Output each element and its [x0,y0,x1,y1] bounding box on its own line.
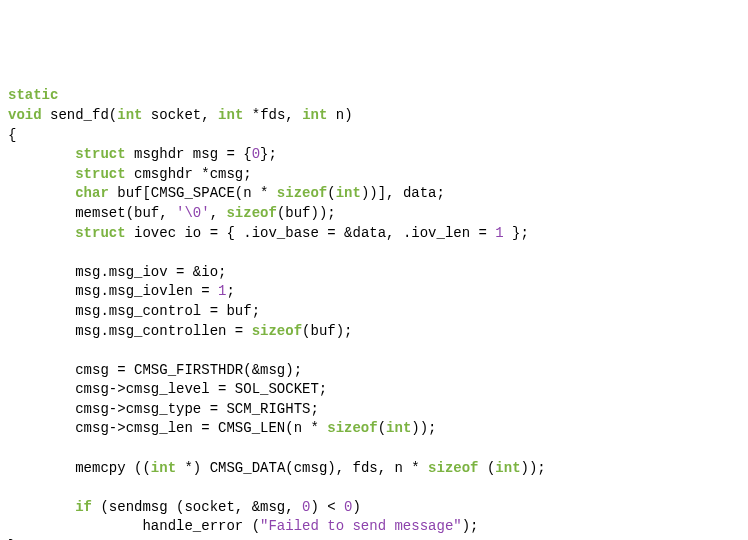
text: cmsg = CMSG_FIRSTHDR(&msg); [75,362,302,378]
text: , [201,107,218,123]
keyword-struct: struct [75,166,125,182]
text: buf[CMSG_SPACE(n * [109,185,277,201]
text: , [285,107,302,123]
keyword-int: int [386,420,411,436]
text: ) [344,107,352,123]
text: cmsghdr *cmsg; [126,166,252,182]
text: , [210,205,227,221]
text: cmsg->cmsg_type = SCM_RIGHTS; [75,401,319,417]
text: (buf); [302,323,352,339]
text: ( [109,107,117,123]
open-brace: { [8,127,16,143]
code-block: static void send_fd(int socket, int *fds… [8,86,740,540]
number-literal: 0 [252,146,260,162]
text: ( [378,420,386,436]
text: memset(buf, [75,205,176,221]
text: ); [462,518,479,534]
text: }; [260,146,277,162]
keyword-int: int [151,460,176,476]
keyword-int: int [117,107,142,123]
text: ) < [310,499,344,515]
text: msg.msg_iovlen = [75,283,218,299]
keyword-sizeof: sizeof [277,185,327,201]
number-literal: 0 [344,499,352,515]
keyword-int: int [495,460,520,476]
text: ( [479,460,496,476]
keyword-struct: struct [75,146,125,162]
text: ) [353,499,361,515]
keyword-sizeof: sizeof [226,205,276,221]
keyword-int: int [302,107,327,123]
text: iovec io = { .iov_base = &data, .iov_len… [126,225,496,241]
param: socket [151,107,201,123]
param: fds [260,107,285,123]
text: ( [327,185,335,201]
string-literal: "Failed to send message" [260,518,462,534]
text: msg.msg_controllen = [75,323,251,339]
text: )); [411,420,436,436]
keyword-int: int [336,185,361,201]
keyword-struct: struct [75,225,125,241]
text: msg.msg_control = buf; [75,303,260,319]
keyword-static: static [8,87,58,103]
text: (sendmsg (socket, &msg, [92,499,302,515]
text: }; [504,225,529,241]
keyword-sizeof: sizeof [252,323,302,339]
text: msg.msg_iov = &io; [75,264,226,280]
param: n [336,107,344,123]
function-name: send_fd [50,107,109,123]
text [142,107,150,123]
text: cmsg->cmsg_level = SOL_SOCKET; [75,381,327,397]
text: ))], data; [361,185,445,201]
keyword-if: if [75,499,92,515]
text: * [243,107,260,123]
number-literal: 1 [495,225,503,241]
text: msghdr msg = { [126,146,252,162]
text [327,107,335,123]
keyword-char: char [75,185,109,201]
text: handle_error ( [142,518,260,534]
text: *) CMSG_DATA(cmsg), fds, n * [176,460,428,476]
text: cmsg->cmsg_len = CMSG_LEN(n * [75,420,327,436]
text [42,107,50,123]
char-literal: '\0' [176,205,210,221]
text: )); [521,460,546,476]
text: (buf)); [277,205,336,221]
keyword-int: int [218,107,243,123]
text: memcpy (( [75,460,151,476]
keyword-sizeof: sizeof [327,420,377,436]
keyword-void: void [8,107,42,123]
keyword-sizeof: sizeof [428,460,478,476]
text: ; [226,283,234,299]
